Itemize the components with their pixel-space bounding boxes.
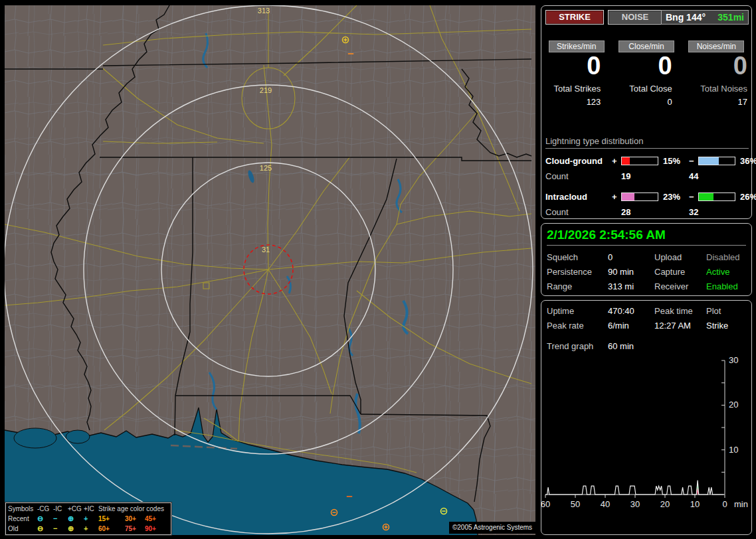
svg-text:20: 20 (660, 499, 670, 509)
map-canvas[interactable]: 313 219 125 31 (5, 5, 535, 535)
capture-status: Active (706, 267, 746, 277)
uptime-trend-panel: Uptime 470:40 Peak time Plot Peak rate 6… (541, 300, 752, 535)
strikes-rate-value: 0 (541, 52, 611, 80)
intracloud-label: Intracloud (545, 192, 612, 202)
legend-age-header: Strike age color codes (98, 506, 165, 512)
svg-text:30: 30 (729, 355, 738, 365)
noises-rate-value: 0 (682, 52, 751, 80)
count-label: Count (545, 171, 621, 181)
minus-icon: − (53, 525, 68, 532)
total-close-value: 0 (611, 97, 681, 107)
strike-trend-chart: 1020306050403020100min (541, 301, 753, 536)
legend-symbols-header: Symbols (8, 506, 37, 512)
distribution-title: Lightning type distribution (545, 136, 749, 149)
copyright-text: ©2005 Astrogenic Systems (449, 522, 535, 534)
cg-minus-count: 44 (689, 171, 749, 181)
ring-label-125: 125 (260, 164, 272, 172)
ring-label-219: 219 (260, 86, 272, 94)
squelch-label: Squelch (547, 252, 608, 262)
strikes-per-min-chip: Strikes/min (549, 40, 605, 52)
cg-plus-count: 19 (621, 171, 689, 181)
close-rate-value: 0 (611, 52, 681, 80)
intracloud-count-row: Count 28 32 (545, 204, 749, 220)
total-close-label: Total Close (611, 84, 681, 94)
close-counter: Close/min 0 Total Close 0 (611, 40, 681, 107)
minus-sign: − (689, 156, 698, 166)
ring-label-313: 313 (258, 7, 270, 15)
ic-minus-count: 32 (689, 207, 749, 217)
cg-plus-pct: 15% (660, 156, 689, 166)
persistence-value: 90 min (608, 267, 654, 277)
squelch-value: 0 (608, 252, 654, 262)
cg-plus-bar (621, 157, 658, 165)
legend-row-recent-label: Recent (8, 516, 37, 522)
circle-minus-icon: ⊖ (37, 515, 53, 522)
noise-mode-button[interactable]: NOISE (608, 10, 662, 25)
age-badge-30: 30+ (125, 516, 145, 522)
ic-plus-pct: 23% (660, 192, 689, 202)
minus-sign: − (689, 192, 698, 202)
svg-text:min: min (734, 499, 748, 509)
legend-row-old-label: Old (8, 526, 37, 532)
noises-per-min-chip: Noises/min (688, 40, 744, 52)
rate-counters: Strikes/min 0 Total Strikes 123 Close/mi… (541, 40, 751, 107)
cloud-ground-count-row: Count 19 44 (545, 168, 749, 184)
persistence-label: Persistence (547, 267, 608, 277)
cloud-ground-row: Cloud-ground + 15% − 36% (545, 153, 749, 168)
legend-col-pcg: +CG (68, 506, 84, 512)
plus-icon: + (84, 525, 98, 532)
close-per-min-chip: Close/min (618, 40, 674, 52)
total-strikes-value: 123 (541, 97, 611, 107)
lightning-distribution: Lightning type distribution Cloud-ground… (545, 136, 749, 220)
age-badge-90: 90+ (145, 526, 165, 532)
age-badge-15: 15+ (98, 516, 125, 522)
noises-counter: Noises/min 0 Total Noises 17 (682, 40, 751, 107)
circle-minus-icon: ⊖ (37, 525, 53, 532)
bearing-readout: Bng 144° 351mi (661, 10, 749, 25)
minus-icon: − (53, 515, 68, 522)
datetime-readout: 2/1/2026 2:54:56 AM (547, 228, 746, 246)
plus-icon: + (84, 515, 98, 522)
ic-minus-pct: 26% (737, 192, 756, 202)
bearing-value: Bng 144° (666, 12, 706, 23)
receiver-status: Enabled (706, 281, 746, 291)
system-status-panel: 2/1/2026 2:54:56 AM Squelch 0 Upload Dis… (541, 223, 752, 296)
legend-col-nic: -IC (53, 506, 68, 512)
svg-text:10: 10 (729, 445, 738, 455)
status-grid: Squelch 0 Upload Disabled Persistence 90… (547, 252, 746, 291)
range-value: 313 mi (608, 281, 654, 291)
strikes-counter: Strikes/min 0 Total Strikes 123 (541, 40, 611, 107)
svg-text:30: 30 (630, 499, 640, 509)
svg-text:0: 0 (722, 499, 727, 509)
upload-status: Disabled (706, 252, 746, 262)
strike-stats-panel: STRIKE NOISE Bng 144° 351mi Strikes/min … (541, 5, 752, 219)
legend-col-ncg: -CG (37, 506, 53, 512)
svg-text:10: 10 (690, 499, 700, 509)
cg-minus-bar (698, 157, 735, 165)
strike-mode-button[interactable]: STRIKE (545, 10, 604, 25)
plus-sign: + (612, 192, 621, 202)
svg-text:60: 60 (541, 499, 550, 509)
ic-minus-bar (698, 193, 735, 201)
total-noises-label: Total Noises (682, 84, 751, 94)
capture-label: Capture (654, 267, 706, 277)
total-noises-value: 17 (682, 97, 751, 107)
range-label: Range (547, 281, 608, 291)
svg-text:50: 50 (571, 499, 580, 509)
age-badge-45: 45+ (145, 516, 165, 522)
circle-plus-icon: ⊕ (68, 515, 84, 522)
receiver-label: Receiver (654, 281, 706, 291)
svg-text:40: 40 (601, 499, 610, 509)
total-strikes-label: Total Strikes (541, 84, 611, 94)
intracloud-row: Intracloud + 23% − 26% (545, 189, 749, 204)
svg-text:20: 20 (729, 400, 738, 410)
ring-label-31: 31 (262, 246, 270, 254)
upload-label: Upload (654, 252, 706, 262)
ic-plus-bar (621, 193, 658, 201)
cg-minus-pct: 36% (737, 156, 756, 166)
legend-col-pic: +IC (84, 506, 98, 512)
cloud-ground-label: Cloud-ground (545, 156, 612, 166)
ic-plus-count: 28 (621, 207, 689, 217)
circle-plus-icon: ⊕ (68, 525, 84, 532)
bearing-distance: 351mi (717, 12, 744, 23)
